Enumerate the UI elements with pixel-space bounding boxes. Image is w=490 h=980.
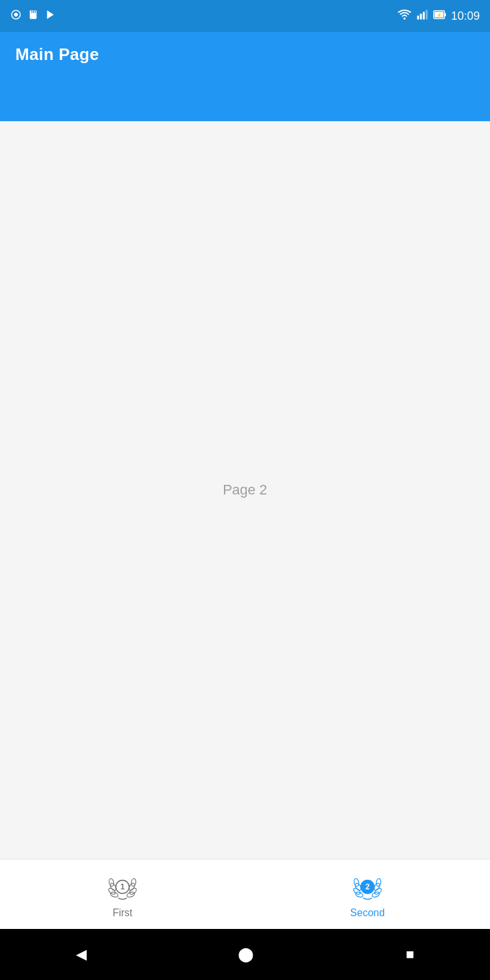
- sd-card-icon: [28, 9, 38, 23]
- status-time: 10:09: [451, 10, 480, 23]
- svg-rect-5: [35, 10, 36, 13]
- app-bar-title: Main Page: [15, 45, 99, 64]
- bottom-navigation: 1 First 2 Second: [0, 859, 490, 929]
- nav-first-label: First: [112, 907, 132, 919]
- status-bar-right-icons: ⚡ 10:09: [397, 9, 480, 23]
- play-store-icon: [45, 9, 56, 23]
- signal-icon: [417, 9, 428, 23]
- recent-apps-button[interactable]: ■: [393, 940, 427, 969]
- battery-icon: ⚡: [433, 9, 446, 23]
- wifi-icon: [397, 9, 412, 23]
- sync-icon: [10, 9, 22, 23]
- svg-point-1: [14, 13, 18, 17]
- svg-rect-3: [31, 10, 32, 13]
- nav-item-first[interactable]: 1 First: [0, 864, 245, 925]
- svg-point-22: [129, 887, 138, 895]
- svg-point-27: [353, 878, 359, 886]
- status-bar-left-icons: [10, 9, 56, 23]
- svg-text:2: 2: [366, 882, 370, 891]
- page-label: Page 2: [223, 482, 267, 498]
- svg-marker-6: [47, 10, 54, 19]
- system-nav-bar: ◀ ⬤ ■: [0, 929, 490, 980]
- nav-second-label: Second: [350, 907, 385, 919]
- svg-point-21: [131, 878, 137, 886]
- svg-point-7: [403, 18, 405, 20]
- svg-rect-13: [445, 13, 446, 17]
- svg-text:1: 1: [121, 882, 125, 891]
- svg-point-28: [353, 887, 362, 895]
- home-button[interactable]: ⬤: [225, 940, 267, 969]
- main-content: Page 2: [0, 121, 490, 859]
- svg-rect-9: [420, 14, 422, 20]
- svg-rect-11: [426, 10, 427, 20]
- app-bar: Main Page: [0, 32, 490, 121]
- nav-item-second[interactable]: 2 Second: [245, 864, 490, 925]
- status-bar: ⚡ 10:09: [0, 0, 490, 32]
- svg-point-31: [376, 878, 382, 886]
- svg-point-17: [108, 878, 114, 886]
- first-medal-icon: 1: [106, 870, 139, 903]
- svg-rect-10: [423, 12, 425, 20]
- svg-point-32: [374, 887, 383, 895]
- svg-rect-4: [33, 10, 34, 13]
- back-button[interactable]: ◀: [63, 940, 100, 969]
- svg-text:⚡: ⚡: [436, 12, 442, 18]
- svg-point-18: [108, 887, 117, 895]
- svg-rect-8: [417, 16, 419, 20]
- second-medal-icon: 2: [351, 870, 384, 903]
